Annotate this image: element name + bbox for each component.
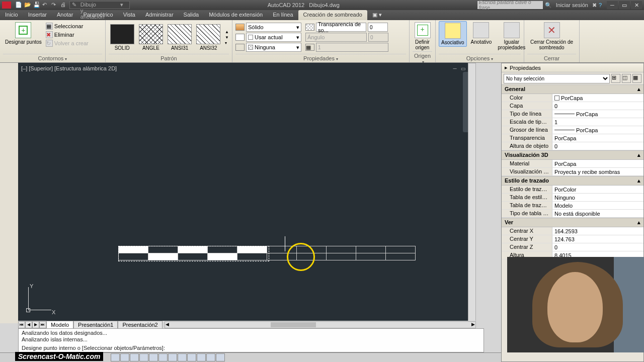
close-hatch-button[interactable]: ✕Cerrar Creación de sombreado [527, 21, 576, 51]
toggle-pim-icon[interactable]: ▦ [632, 74, 641, 83]
app-logo[interactable] [2, 2, 11, 9]
pick-points-button[interactable]: + Designar puntos [3, 21, 44, 46]
select-button[interactable]: ▦Seleccionar [46, 22, 89, 30]
section-vis3d[interactable]: Visualización 3D▴ [502, 150, 643, 160]
save-icon[interactable]: 💾 [33, 2, 40, 9]
print-icon[interactable]: 🖨 [60, 2, 67, 9]
ribbon-tabs: Inicio Insertar Anotar Paramétrico Vista… [0, 10, 644, 20]
hatch-angle-label: Ángulo [305, 33, 367, 42]
login-link[interactable]: Iniciar sesión [556, 2, 588, 8]
workspace-dropdown[interactable]: ✎ Dibujo y anotación▾ [69, 1, 130, 9]
cmd-prompt[interactable]: Designe punto interno o [Seleccionar obj… [22, 345, 480, 351]
undo-icon[interactable]: ↶ [42, 2, 49, 9]
associative-button[interactable]: Asociativo [439, 21, 467, 47]
drawing-content [119, 246, 416, 260]
minimize-button[interactable]: ─ [607, 1, 618, 9]
status-btn[interactable] [130, 353, 139, 361]
status-btn[interactable] [158, 353, 168, 361]
tab-prev[interactable]: ◀ [25, 321, 32, 328]
remove-button[interactable]: ✖Eliminar [46, 31, 89, 39]
tab-enlinea[interactable]: En línea [268, 10, 298, 20]
tab-insertar[interactable]: Insertar [23, 10, 52, 20]
panel-boundaries: + Designar puntos ▦Seleccionar ✖Eliminar… [0, 20, 106, 62]
tab-administrar[interactable]: Administrar [140, 10, 179, 20]
set-origin-button[interactable]: +Definir origen [413, 21, 433, 51]
tab-last[interactable]: ⏭ [39, 321, 46, 328]
viewport-label[interactable]: [–] [Superior] [Estructura alámbrica 2D] [21, 65, 117, 71]
tab-layout2[interactable]: Presentación2 [118, 321, 162, 329]
tab-inicio[interactable]: Inicio [0, 10, 23, 20]
status-btn[interactable] [187, 353, 196, 361]
new-icon[interactable]: 📄 [15, 2, 22, 9]
crosshair-v [285, 236, 285, 251]
maximize-button[interactable]: ▭ [619, 1, 630, 9]
section-view[interactable]: Ver▴ [502, 218, 643, 227]
viewport-max[interactable]: ▭ [460, 65, 466, 71]
layout-hscroll[interactable]: ◀▶ [165, 321, 476, 328]
tab-first[interactable]: ⏮ [18, 321, 25, 328]
status-btn[interactable] [168, 353, 177, 361]
properties-title[interactable]: ▸Propiedades [502, 63, 643, 72]
close-button[interactable]: ✕ [631, 1, 642, 9]
hatch-bg-icon [235, 44, 245, 51]
pattern-solid[interactable]: SOLID [109, 24, 135, 51]
tab-anotar[interactable]: Anotar [52, 10, 78, 20]
quick-access: 📄 📂 💾 ↶ ↷ 🖨 ✎ Dibujo y anotación▾ [15, 1, 130, 9]
hatch-trans-dropdown[interactable]: Transparencia de so... [316, 23, 366, 32]
tab-model[interactable]: Modelo [46, 321, 73, 329]
webcam-overlay [507, 257, 644, 352]
help-icon[interactable]: ? [599, 2, 602, 8]
title-bar: 📄 📂 💾 ↶ ↷ 🖨 ✎ Dibujo y anotación▾ AutoCA… [0, 0, 644, 10]
tab-next[interactable]: ▶ [32, 321, 39, 328]
hatch-color-icon [235, 34, 245, 41]
pattern-ansi32[interactable]: ANSI32 [195, 24, 222, 51]
pattern-angle[interactable]: ANGLE [137, 24, 164, 51]
status-btn[interactable] [139, 353, 148, 361]
viewport-min[interactable]: ─ [452, 65, 458, 71]
pattern-more[interactable]: ▾ [225, 41, 229, 45]
quick-select-icon[interactable]: ⊞ [611, 74, 620, 83]
status-btn[interactable] [149, 353, 158, 361]
hatch-type-dropdown[interactable]: Sólido▾ [246, 23, 301, 32]
viewport-vscroll[interactable] [468, 63, 476, 323]
panel-pattern: SOLID ANGLE ANSI31 ANSI32 ▲ ▼ ▾ Patrón [106, 20, 232, 62]
tab-hatch-creation[interactable]: Creación de sombreado [298, 10, 367, 20]
hatch-layer-dropdown[interactable]: Usar actual▾ [246, 33, 301, 42]
annotative-button[interactable]: Anotativo [469, 21, 494, 46]
tab-extra[interactable]: ▣ ▾ [367, 10, 387, 20]
search-icon[interactable]: 🔍 [545, 2, 552, 9]
selection-dropdown[interactable]: No hay selección [504, 74, 610, 83]
section-plot[interactable]: Estilo de trazado▴ [502, 176, 643, 186]
status-btn[interactable] [178, 353, 187, 361]
exchange-icon[interactable]: ✖ [592, 2, 597, 9]
status-btn[interactable] [197, 353, 206, 361]
redo-icon[interactable]: ↷ [51, 2, 58, 9]
open-icon[interactable]: 📂 [24, 2, 31, 9]
tab-vista[interactable]: Vista [118, 10, 140, 20]
help-search[interactable]: Escriba palabra clave o frase [477, 1, 543, 9]
status-btn[interactable] [120, 353, 129, 361]
pattern-down[interactable]: ▼ [225, 35, 229, 40]
tab-modulos[interactable]: Módulos de extensión [204, 10, 268, 20]
section-general[interactable]: General▴ [502, 84, 643, 94]
tab-parametrico[interactable]: Paramétrico [78, 10, 118, 20]
recreate-button[interactable]: ↻Volver a crear [46, 39, 89, 47]
hatch-angle-value: 0 [368, 33, 388, 42]
tab-layout1[interactable]: Presentación1 [73, 321, 118, 329]
tab-salida[interactable]: Salida [179, 10, 204, 20]
select-objects-icon[interactable]: ◫ [622, 74, 631, 83]
status-btn[interactable] [216, 353, 225, 361]
command-line[interactable]: Analizando los datos designados... Anali… [18, 328, 484, 352]
hatch-bg-dropdown[interactable]: Ninguna▾ [246, 43, 301, 52]
pattern-up[interactable]: ▲ [225, 30, 229, 34]
viewport[interactable]: [–] [Superior] [Estructura alámbrica 2D]… [18, 63, 476, 323]
hatch-trans-value[interactable]: 0 [368, 23, 388, 32]
status-toggles [111, 353, 225, 361]
ribbon: + Designar puntos ▦Seleccionar ✖Eliminar… [0, 20, 644, 63]
match-props-button[interactable]: Igualar propiedades [496, 21, 527, 51]
hatch-trans-icon [305, 24, 314, 31]
pattern-ansi31[interactable]: ANSI31 [167, 24, 193, 51]
status-btn[interactable] [206, 353, 215, 361]
hatch-type-icon [235, 24, 245, 31]
status-btn[interactable] [111, 353, 120, 361]
